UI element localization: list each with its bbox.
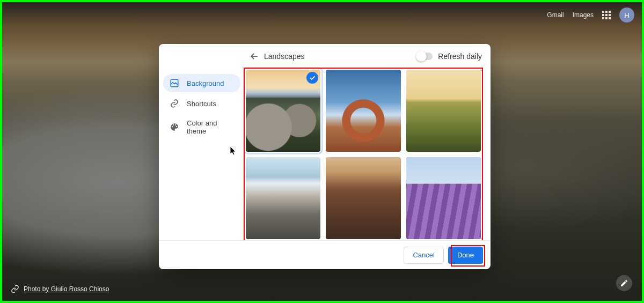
sidebar-item-label: Background xyxy=(187,79,224,87)
customize-chrome-button[interactable] xyxy=(616,275,632,291)
sidebar-item-label: Shortcuts xyxy=(187,100,216,108)
sidebar-item-color-theme[interactable]: Color and theme xyxy=(163,115,240,139)
photo-credit-text: Photo by Giulio Rosso Chioso xyxy=(24,285,109,293)
pencil-icon xyxy=(620,279,628,287)
customize-dialog: Background Shortcuts xyxy=(159,44,491,269)
wallpaper-thumb[interactable] xyxy=(326,70,400,152)
sidebar-item-background[interactable]: Background xyxy=(163,74,240,92)
palette-icon xyxy=(170,122,179,132)
wallpaper-thumb[interactable] xyxy=(326,157,400,239)
sidebar-item-label: Color and theme xyxy=(187,119,234,135)
dialog-sidebar: Background Shortcuts xyxy=(159,44,245,240)
wallpaper-thumb[interactable] xyxy=(246,157,320,239)
profile-avatar[interactable]: H xyxy=(619,8,634,23)
sidebar-item-shortcuts[interactable]: Shortcuts xyxy=(163,94,240,113)
refresh-daily-toggle[interactable] xyxy=(416,53,433,60)
wallpaper-thumb[interactable] xyxy=(406,70,481,152)
images-link[interactable]: Images xyxy=(573,11,594,19)
annotation-highlight-box xyxy=(451,245,485,267)
chrome-topbar: Gmail Images H xyxy=(547,8,634,23)
selected-check-icon xyxy=(306,72,318,84)
wallpaper-thumb[interactable] xyxy=(406,157,481,239)
gmail-link[interactable]: Gmail xyxy=(547,11,564,19)
scroll-down-icon[interactable] xyxy=(479,236,483,240)
background-icon xyxy=(170,78,179,88)
category-title: Landscapes xyxy=(264,52,305,61)
back-button[interactable] xyxy=(245,47,264,66)
cancel-button[interactable]: Cancel xyxy=(404,247,443,264)
dialog-footer: Cancel Done xyxy=(159,240,491,269)
background-gallery xyxy=(246,70,481,239)
wallpaper-thumb[interactable] xyxy=(246,70,320,152)
arrow-left-icon xyxy=(249,51,260,62)
link-chain-icon xyxy=(170,99,179,108)
dialog-main: Landscapes Refresh daily xyxy=(245,44,491,240)
link-icon xyxy=(11,285,19,293)
photo-attribution[interactable]: Photo by Giulio Rosso Chioso xyxy=(11,285,109,293)
apps-grid-icon[interactable] xyxy=(602,11,611,19)
refresh-daily-label: Refresh daily xyxy=(438,52,482,61)
